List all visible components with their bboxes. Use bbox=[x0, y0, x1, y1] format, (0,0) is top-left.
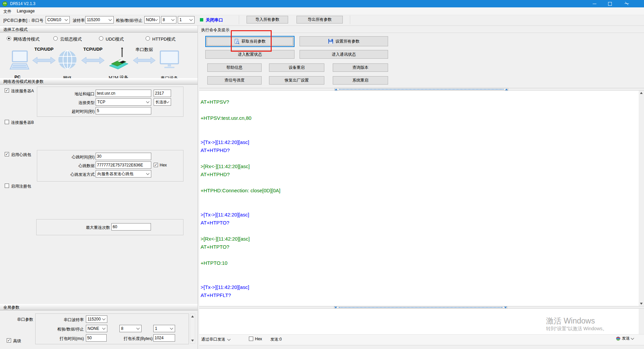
serverA-checkbox[interactable] bbox=[5, 88, 9, 93]
baud-select[interactable]: 115200 bbox=[85, 16, 114, 23]
pc-icon bbox=[7, 50, 32, 71]
enter-comm-button[interactable]: 进入通讯状态 bbox=[300, 50, 388, 59]
factory-reset-button[interactable]: 恢复出厂设置 bbox=[269, 76, 324, 85]
menu-language[interactable]: Language bbox=[17, 9, 35, 13]
radio-cloud-scada-mode[interactable] bbox=[53, 36, 58, 41]
reconnect-input[interactable] bbox=[111, 223, 151, 231]
register-label: 启用注册包 bbox=[11, 184, 31, 189]
import-params-button[interactable]: 导入所有参数 bbox=[247, 16, 288, 23]
global-baud-select[interactable]: 115200 bbox=[86, 315, 107, 323]
log-output-area[interactable]: AT+HTPSV?+HTPSV:test.usr.cn,80>[Tx->][11… bbox=[199, 91, 639, 306]
global-databits-select[interactable]: 8 bbox=[119, 325, 142, 332]
heartbeat-data-input[interactable] bbox=[96, 161, 151, 169]
stopbits-select[interactable]: 1 bbox=[178, 16, 195, 23]
net-params-header: 网络透传模式相关参数 bbox=[0, 78, 198, 85]
chevron-down-icon bbox=[146, 100, 150, 104]
packtime-input[interactable] bbox=[86, 334, 107, 342]
save-params-icon bbox=[328, 39, 333, 44]
minimize-button[interactable] bbox=[587, 0, 602, 7]
conn-mode-select[interactable]: 长连接 bbox=[154, 98, 171, 106]
chevron-down-icon bbox=[65, 18, 68, 21]
menu-file[interactable]: 文件 bbox=[3, 9, 11, 14]
radio-net-transparent-mode[interactable] bbox=[7, 36, 11, 41]
global-parity-select[interactable]: NONE bbox=[86, 325, 107, 332]
set-all-params-button[interactable]: 设置所有参数 bbox=[300, 36, 388, 46]
log-line: AT+HTPHD? bbox=[201, 146, 639, 154]
heartbeat-mode-select[interactable]: 向服务器发送心跳包 bbox=[96, 170, 151, 178]
addr-port-label: 地址和端口 bbox=[54, 91, 95, 97]
global-params-header: 全局参数 bbox=[0, 304, 198, 310]
heartbeat-hex-checkbox[interactable] bbox=[154, 163, 158, 167]
send-hex-checkbox[interactable] bbox=[249, 337, 253, 341]
parity-label: 检验/数据/停止 bbox=[116, 18, 143, 23]
maximize-button[interactable] bbox=[602, 0, 617, 7]
packlen-input[interactable] bbox=[153, 334, 175, 342]
com-port-select[interactable]: COM10 bbox=[46, 16, 70, 23]
serverA-label: 连接服务器A bbox=[11, 88, 34, 94]
radio-httpd-mode[interactable] bbox=[146, 36, 150, 41]
help-info-button[interactable]: 帮助信息 bbox=[207, 63, 262, 72]
timeout-input[interactable] bbox=[96, 107, 151, 114]
app-window: DR514 V2.1.3 文件 Language [PC串口参数]：串口号 CO… bbox=[0, 0, 644, 349]
chevron-down-icon bbox=[109, 18, 112, 21]
log-top-splitter bbox=[199, 88, 644, 91]
left-panel-scrollbar[interactable] bbox=[190, 313, 195, 344]
heartbeat-time-input[interactable] bbox=[96, 153, 151, 160]
chevron-down-icon bbox=[166, 100, 169, 104]
maximize-icon bbox=[608, 2, 612, 6]
radio-udc-mode[interactable] bbox=[99, 36, 103, 41]
send-toolbar bbox=[199, 334, 644, 345]
chevron-down-icon bbox=[631, 337, 634, 340]
chevron-down-icon bbox=[190, 18, 193, 21]
chevron-down-icon bbox=[227, 338, 231, 341]
splitter-handle[interactable] bbox=[334, 88, 508, 91]
mode-label: UDC模式 bbox=[106, 36, 124, 42]
chevron-down-icon bbox=[155, 18, 158, 21]
global-stopbits-select[interactable]: 1 bbox=[153, 325, 175, 332]
reconnect-label: 最大重连次数 bbox=[70, 225, 110, 231]
log-vertical-scrollbar[interactable] bbox=[639, 91, 644, 306]
serverA-port-input[interactable] bbox=[154, 90, 171, 97]
splitter-arrow-icon bbox=[504, 307, 507, 308]
close-port-button[interactable]: 关闭串口 bbox=[206, 17, 223, 23]
log-line bbox=[201, 195, 639, 203]
system-restart-button[interactable]: 系统重启 bbox=[333, 76, 388, 85]
splitter-handle[interactable] bbox=[334, 306, 507, 309]
log-line: +HTPTO:10 bbox=[201, 259, 639, 267]
mode-label: 云组态模式 bbox=[60, 36, 82, 42]
conn-type-select[interactable]: TCP bbox=[96, 98, 151, 106]
register-checkbox[interactable] bbox=[5, 184, 9, 188]
databits-select[interactable]: 8 bbox=[161, 16, 176, 23]
log-line bbox=[201, 179, 639, 187]
query-signal-button[interactable]: 查信号强度 bbox=[207, 76, 262, 85]
log-bottom-splitter bbox=[199, 306, 644, 309]
advanced-checkbox[interactable] bbox=[7, 338, 11, 343]
query-version-button[interactable]: 查询版本 bbox=[333, 63, 388, 72]
close-button[interactable] bbox=[619, 0, 634, 7]
divider bbox=[0, 26, 644, 26]
parity-select[interactable]: NONI bbox=[144, 16, 160, 23]
serverA-address-input[interactable] bbox=[96, 90, 151, 97]
log-line bbox=[201, 267, 639, 275]
log-lines: AT+HTPSV?+HTPSV:test.usr.cn,80>[Tx->][11… bbox=[199, 98, 639, 299]
windows-activation-watermark-sub: 转到“设置”以激活 Windows。 bbox=[546, 326, 607, 332]
log-line: >[Tx->][11:42:20][asc] bbox=[201, 138, 639, 146]
log-line: >[Rx<-][11:42:20][asc] bbox=[201, 235, 639, 243]
send-via-serial-button[interactable]: 通过串口发送 bbox=[201, 337, 232, 342]
serial-device-icon bbox=[159, 50, 180, 69]
scroll-up-icon bbox=[640, 92, 643, 94]
log-line: >[Tx->][11:42:20][asc] bbox=[201, 211, 639, 219]
heartbeat-checkbox[interactable] bbox=[5, 152, 9, 156]
log-line: AT+HTPHD? bbox=[201, 170, 639, 179]
send-hex-label: Hex bbox=[255, 337, 262, 341]
heartbeat-hex-label: Hex bbox=[160, 163, 167, 167]
serverB-checkbox[interactable] bbox=[5, 120, 9, 124]
device-restart-button[interactable]: 设备重启 bbox=[269, 63, 324, 72]
exec-cmd-header: 执行命令及提示 bbox=[201, 27, 229, 33]
send-button[interactable]: 发送 bbox=[616, 336, 636, 341]
serial-params-label: 串口参数 bbox=[17, 317, 33, 322]
log-line bbox=[201, 122, 639, 130]
window-title: DR514 V2.1.3 bbox=[10, 1, 35, 6]
network-globe-icon bbox=[58, 49, 77, 70]
export-params-button[interactable]: 导出所有参数 bbox=[297, 16, 343, 23]
